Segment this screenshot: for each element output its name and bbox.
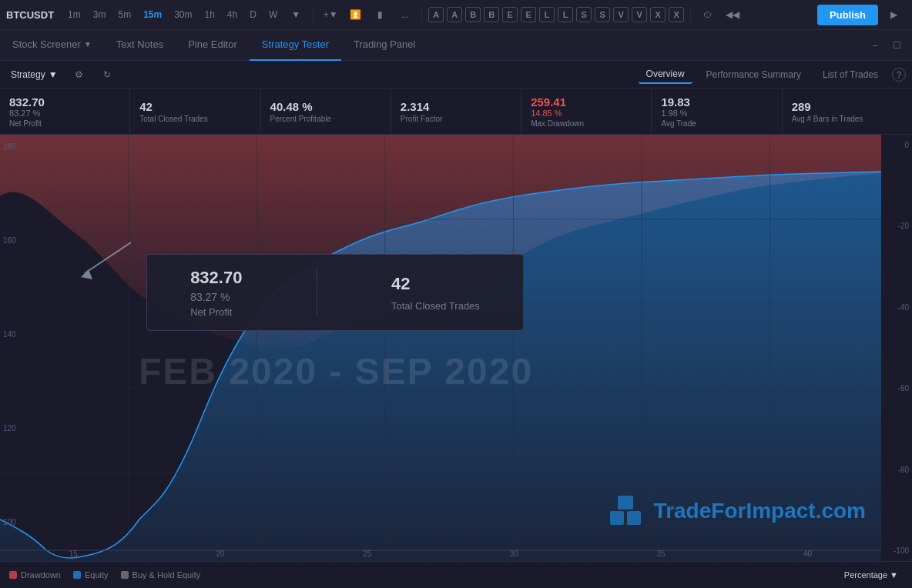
stat-percent-profitable-value: 40.48 % xyxy=(270,100,381,113)
timeframe-3m[interactable]: 3m xyxy=(89,7,111,22)
help-icon[interactable]: ? xyxy=(892,68,906,82)
stat-net-profit-label: Net Profit xyxy=(9,119,120,128)
legend-drawdown: Drawdown xyxy=(9,570,61,580)
tooltip-net-profit: 832.70 83.27 % Net Profit xyxy=(178,256,254,330)
watermark: TradeForImpact.com xyxy=(606,492,866,530)
badge-v2[interactable]: V xyxy=(632,7,647,22)
stat-max-drawdown-label: Max Drawdown xyxy=(531,119,642,128)
percentage-button[interactable]: Percentage ▼ xyxy=(840,569,903,581)
timeframe-dropdown-icon[interactable]: ▼ xyxy=(285,4,307,25)
expand-icon[interactable]: ☐ xyxy=(887,36,906,55)
timeframe-15m[interactable]: 15m xyxy=(139,7,166,22)
y-label-180: 180 xyxy=(3,142,16,151)
badge-s1[interactable]: S xyxy=(576,7,592,22)
stat-total-trades-label: Total Closed Trades xyxy=(139,115,250,123)
timeframe-d[interactable]: D xyxy=(245,7,261,22)
separator-3 xyxy=(690,7,691,22)
legend-buyhold: Buy & Hold Equity xyxy=(121,570,201,580)
watermark-logo xyxy=(606,492,645,530)
left-y-axis: 180 160 140 120 100 xyxy=(3,142,16,526)
tab-pine-editor[interactable]: Pine Editor xyxy=(176,30,250,61)
tooltip-label-1: Net Profit xyxy=(190,306,242,318)
y-right--100: -100 xyxy=(884,546,909,555)
y-right--60: -60 xyxy=(884,384,909,393)
tab-bar: Stock Screener ▼ Text Notes Pine Editor … xyxy=(0,30,912,61)
sub-tab-trades[interactable]: List of Trades xyxy=(815,66,886,83)
stat-total-trades: 42 Total Closed Trades xyxy=(130,89,260,134)
badge-s2[interactable]: S xyxy=(595,7,610,22)
separator-1 xyxy=(313,7,314,22)
badge-a2[interactable]: A xyxy=(447,7,462,22)
stat-net-profit: 832.70 83.27 % Net Profit xyxy=(0,89,130,134)
drawdown-label: Drawdown xyxy=(21,570,61,580)
x-label-15: 15 xyxy=(69,550,78,558)
timeframe-1m[interactable]: 1m xyxy=(63,7,86,22)
y-right--80: -80 xyxy=(884,466,909,474)
svg-rect-2 xyxy=(618,496,633,509)
svg-rect-3 xyxy=(610,511,624,525)
stat-avg-bars-value: 289 xyxy=(792,100,903,113)
badge-x1[interactable]: X xyxy=(650,7,666,22)
stat-max-drawdown-subvalue: 14.85 % xyxy=(531,109,642,118)
chart-area[interactable]: 180 160 140 120 100 0 -20 -40 -60 -80 -1… xyxy=(0,135,912,561)
timeframe-5m[interactable]: 5m xyxy=(113,7,136,22)
stat-avg-trade-subvalue: 1.98 % xyxy=(661,109,772,118)
strategy-selector[interactable]: Strategy ▼ xyxy=(6,67,62,82)
timeframe-w[interactable]: W xyxy=(264,7,282,22)
buyhold-dot xyxy=(121,571,129,579)
stat-profit-factor-value: 2.314 xyxy=(401,100,511,113)
strategy-settings-icon[interactable]: ⚙ xyxy=(69,64,90,85)
watermark-text: TradeForImpact.com xyxy=(654,499,866,523)
stat-max-drawdown-value: 259.41 xyxy=(531,95,642,109)
minimize-icon[interactable]: − xyxy=(866,36,884,55)
tooltip-divider xyxy=(317,269,317,316)
clock-icon[interactable]: ⏲ xyxy=(697,4,719,25)
badge-v1[interactable]: V xyxy=(613,7,629,22)
replay-icon[interactable]: ◀◀ xyxy=(722,4,743,25)
template-icon[interactable]: ⎵ xyxy=(394,4,415,25)
right-y-axis: 0 -20 -40 -60 -80 -100 xyxy=(881,135,912,561)
strategy-refresh-icon[interactable]: ↻ xyxy=(96,64,118,85)
timeframe-4h[interactable]: 4h xyxy=(223,7,242,22)
badge-l1[interactable]: L xyxy=(539,7,555,22)
legend-equity: Equity xyxy=(73,570,109,580)
timeframe-1h[interactable]: 1h xyxy=(200,7,220,22)
y-right--20: -20 xyxy=(884,222,909,230)
chart-type-icon[interactable]: ▮ xyxy=(369,4,391,25)
badge-e1[interactable]: E xyxy=(502,7,518,22)
badge-x2[interactable]: X xyxy=(669,7,684,22)
symbol-label[interactable]: BTCUSDT xyxy=(6,9,54,21)
x-label-20: 20 xyxy=(216,550,224,558)
play-button[interactable]: ▶ xyxy=(881,2,906,27)
x-label-25: 25 xyxy=(363,550,371,558)
stat-total-trades-value: 42 xyxy=(139,100,250,113)
compare-icon[interactable]: +▼ xyxy=(320,4,341,25)
tab-trading-panel[interactable]: Trading Panel xyxy=(341,30,428,61)
badge-b2[interactable]: B xyxy=(484,7,499,22)
separator-2 xyxy=(421,7,422,22)
stat-profit-factor: 2.314 Profit Factor xyxy=(391,89,521,134)
percentage-caret: ▼ xyxy=(890,570,898,580)
timeframe-30m[interactable]: 30m xyxy=(169,7,196,22)
chart-tooltip: 832.70 83.27 % Net Profit 42 Total Close… xyxy=(146,254,524,331)
sub-tab-performance[interactable]: Performance Summary xyxy=(699,66,809,83)
sub-tab-overview[interactable]: Overview xyxy=(639,65,692,84)
y-label-160: 160 xyxy=(3,236,16,245)
stat-avg-bars: 289 Avg # Bars in Trades xyxy=(783,89,912,134)
tab-stock-screener-caret: ▼ xyxy=(84,40,92,48)
badge-b1[interactable]: B xyxy=(465,7,481,22)
tab-stock-screener[interactable]: Stock Screener ▼ xyxy=(0,30,104,61)
stat-avg-trade-value: 19.83 xyxy=(661,95,772,109)
tab-strategy-tester[interactable]: Strategy Tester xyxy=(250,30,341,61)
indicator-icon[interactable]: ⏫ xyxy=(344,4,366,25)
badge-e2[interactable]: E xyxy=(521,7,536,22)
publish-button[interactable]: Publish xyxy=(817,5,878,25)
strategy-label: Strategy xyxy=(11,69,45,80)
badge-a1[interactable]: A xyxy=(428,7,444,22)
stat-avg-bars-label: Avg # Bars in Trades xyxy=(792,115,903,123)
x-label-30: 30 xyxy=(510,550,518,558)
svg-line-0 xyxy=(85,242,131,273)
badge-l2[interactable]: L xyxy=(558,7,573,22)
buyhold-label: Buy & Hold Equity xyxy=(132,570,201,580)
tab-text-notes[interactable]: Text Notes xyxy=(104,30,176,61)
